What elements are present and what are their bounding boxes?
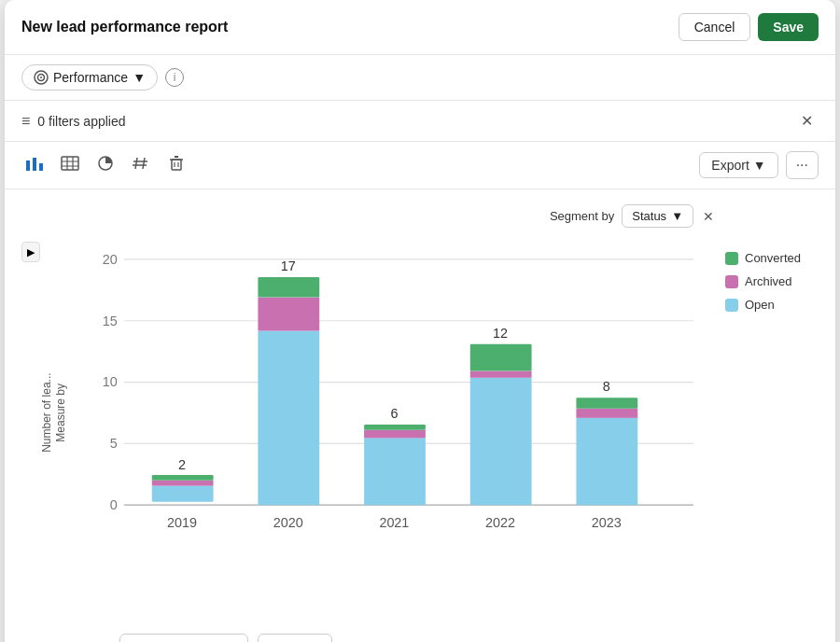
bar-2020-converted[interactable] [258, 277, 319, 298]
svg-rect-16 [172, 160, 181, 170]
bar-2019-archived[interactable] [152, 481, 214, 486]
chart-toolbar-right: Export ▼ ··· [699, 151, 819, 179]
x-label-2021: 2021 [379, 515, 409, 530]
chart-area: ▶ Number of lea... Measure by Segment by… [5, 189, 835, 621]
bar-2019-converted[interactable] [152, 475, 214, 481]
trash-icon[interactable] [163, 153, 189, 178]
bar-2021-archived[interactable] [364, 430, 426, 439]
bar-2022-converted[interactable] [470, 344, 532, 371]
bar-chart-svg: 20 15 10 5 0 2 [68, 237, 716, 617]
bar-label-2022: 12 [493, 326, 508, 341]
bar-label-2020: 17 [281, 258, 296, 273]
bar-2022-archived[interactable] [470, 371, 532, 378]
view-by-period-dropdown[interactable]: Yearly ▼ [258, 634, 332, 642]
filter-icon: ≡ [21, 113, 30, 130]
y-axis-label: Number of lea... [40, 204, 53, 621]
chart-toolbar: Export ▼ ··· [5, 142, 835, 189]
bar-2022-open[interactable] [470, 378, 532, 505]
svg-rect-4 [33, 158, 36, 171]
save-button[interactable]: Save [758, 13, 819, 41]
modal-header: New lead performance report Cancel Save [5, 0, 835, 55]
legend-item-converted: Converted [725, 251, 819, 265]
x-label-2022: 2022 [485, 515, 515, 530]
x-label-2020: 2020 [273, 515, 303, 530]
clear-filters-button[interactable]: ✕ [795, 110, 819, 132]
chevron-down-icon: ▼ [133, 70, 146, 85]
export-button[interactable]: Export ▼ [699, 152, 777, 178]
legend-label-converted: Converted [745, 251, 801, 265]
bar-label-2021: 6 [390, 406, 398, 421]
svg-line-13 [143, 158, 145, 169]
chevron-down-icon: ▼ [671, 209, 683, 223]
legend-color-open [725, 299, 738, 312]
filter-row: ≡ 0 filters applied ✕ [5, 101, 835, 142]
svg-line-12 [135, 158, 137, 169]
bar-2021-open[interactable] [364, 438, 426, 505]
chevron-down-icon: ▼ [753, 158, 766, 173]
filter-left: ≡ 0 filters applied [21, 113, 126, 130]
pie-chart-icon[interactable] [92, 153, 119, 178]
svg-text:15: 15 [103, 314, 118, 328]
legend-item-archived: Archived [725, 274, 819, 288]
svg-rect-5 [39, 163, 43, 171]
filter-count-label: 0 filters applied [37, 114, 125, 129]
bar-chart-icon[interactable] [21, 153, 48, 178]
more-options-button[interactable]: ··· [786, 151, 819, 179]
legend-label-open: Open [745, 298, 775, 312]
svg-text:20: 20 [103, 252, 118, 267]
view-by-row: View by Lead created on ▼ Yearly ▼ [5, 621, 835, 642]
svg-rect-6 [62, 157, 78, 170]
legend-label-archived: Archived [745, 274, 792, 288]
svg-text:0: 0 [110, 497, 118, 512]
bar-2023-converted[interactable] [576, 398, 637, 408]
performance-label: Performance [53, 70, 128, 85]
bar-2019-open[interactable] [152, 486, 214, 502]
segment-value: Status [632, 209, 666, 223]
collapse-button[interactable]: ▶ [21, 242, 40, 262]
bar-2021-converted[interactable] [364, 425, 426, 430]
hash-icon[interactable] [128, 153, 154, 178]
x-label-2019: 2019 [167, 515, 197, 530]
segment-by-label: Segment by [550, 209, 614, 223]
segment-status-dropdown[interactable]: Status ▼ [622, 204, 693, 228]
legend-item-open: Open [725, 298, 819, 312]
svg-text:5: 5 [110, 436, 118, 451]
view-by-field-dropdown[interactable]: Lead created on ▼ [119, 634, 248, 642]
performance-toolbar: Performance ▼ i [5, 55, 835, 101]
chart-content: Segment by Status ▼ ✕ 20 15 10 [68, 204, 716, 621]
clear-segment-button[interactable]: ✕ [701, 209, 716, 224]
legend-color-archived [725, 275, 738, 288]
measure-by-label: Measure by [54, 384, 67, 442]
bar-2023-open[interactable] [576, 418, 637, 505]
target-icon [34, 70, 49, 85]
info-icon[interactable]: i [165, 68, 184, 87]
svg-rect-3 [26, 160, 30, 171]
modal-container: New lead performance report Cancel Save … [5, 0, 835, 642]
x-label-2023: 2023 [592, 515, 622, 530]
performance-dropdown[interactable]: Performance ▼ [21, 64, 158, 91]
modal-title: New lead performance report [21, 19, 228, 35]
cancel-button[interactable]: Cancel [679, 13, 751, 41]
bar-2023-archived[interactable] [576, 409, 637, 418]
bar-label-2023: 8 [603, 379, 610, 394]
svg-point-2 [40, 77, 42, 78]
y-axis-panel: ▶ Number of lea... Measure by [21, 204, 68, 621]
measure-by-container[interactable]: Measure by [53, 204, 68, 621]
legend-area: Converted Archived Open [716, 204, 819, 621]
bar-2020-open[interactable] [258, 331, 319, 506]
legend-color-converted [725, 252, 738, 265]
segment-row: Segment by Status ▼ ✕ [68, 204, 716, 228]
bar-2020-archived[interactable] [258, 298, 319, 331]
chart-type-icons [21, 153, 189, 178]
table-icon[interactable] [57, 153, 83, 178]
export-label: Export [711, 158, 749, 173]
bar-label-2019: 2 [178, 457, 186, 472]
header-actions: Cancel Save [679, 13, 819, 41]
svg-text:10: 10 [103, 374, 118, 389]
